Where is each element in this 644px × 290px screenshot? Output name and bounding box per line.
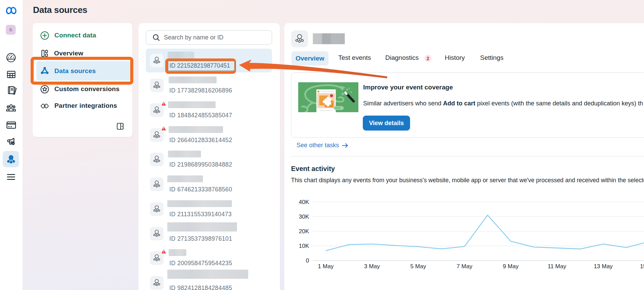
svg-text:0: 0 (306, 257, 309, 264)
svg-text:15 May: 15 May (640, 263, 644, 270)
svg-text:7 May: 7 May (457, 263, 473, 270)
svg-text:9 May: 9 May (503, 263, 519, 270)
svg-text:1 May: 1 May (318, 263, 334, 270)
svg-text:30K: 30K (299, 214, 309, 220)
svg-text:5 May: 5 May (410, 263, 426, 270)
svg-text:3 May: 3 May (364, 263, 380, 270)
svg-text:40K: 40K (299, 199, 309, 205)
svg-text:11 May: 11 May (548, 263, 566, 270)
svg-text:13 May: 13 May (594, 263, 613, 270)
svg-text:20K: 20K (299, 228, 309, 235)
svg-text:10K: 10K (299, 243, 309, 249)
